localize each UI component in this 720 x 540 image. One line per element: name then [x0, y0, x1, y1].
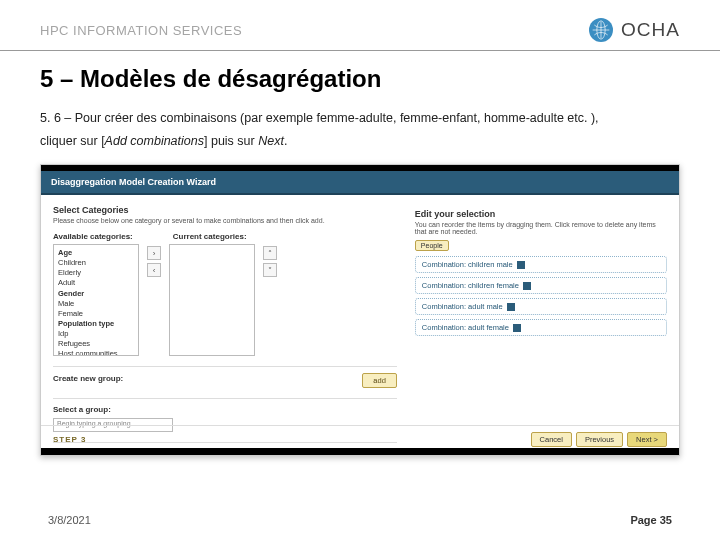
move-up-button[interactable]: ˄	[263, 246, 277, 260]
people-pill[interactable]: People	[415, 240, 449, 251]
select-categories-sub: Please choose below one category or seve…	[53, 217, 397, 224]
step-label: STEP 3	[53, 435, 86, 444]
remove-icon[interactable]	[517, 261, 525, 269]
previous-button[interactable]: Previous	[576, 432, 623, 447]
move-left-button[interactable]: ‹	[147, 263, 161, 277]
available-label: Available categories:	[53, 232, 133, 241]
ocha-text: OCHA	[621, 19, 680, 41]
add-group-button[interactable]: add	[362, 373, 397, 388]
select-group-label: Select a group:	[53, 405, 397, 414]
footer-page: Page 35	[630, 514, 672, 526]
move-down-button[interactable]: ˅	[263, 263, 277, 277]
combo-item[interactable]: Combination: children female	[415, 277, 667, 294]
header-service: HPC INFORMATION SERVICES	[40, 23, 242, 38]
move-right-button[interactable]: ›	[147, 246, 161, 260]
select-categories-heading: Select Categories	[53, 205, 397, 215]
section-title: 5 – Modèles de désagrégation	[0, 51, 720, 103]
wizard-title: Disaggregation Model Creation Wizard	[41, 171, 679, 195]
footer-date: 3/8/2021	[48, 514, 91, 526]
wizard-screenshot: Disaggregation Model Creation Wizard Sel…	[40, 164, 680, 456]
available-listbox[interactable]: Age Children Elderly Adult Gender Male F…	[53, 244, 139, 356]
current-label: Current categories:	[173, 232, 247, 241]
combo-item[interactable]: Combination: adult male	[415, 298, 667, 315]
remove-icon[interactable]	[513, 324, 521, 332]
next-button[interactable]: Next >	[627, 432, 667, 447]
header-brand: OCHA	[589, 18, 680, 42]
instruction-text: 5. 6 – Pour créer des combinaisons (par …	[0, 103, 720, 156]
edit-selection-sub: You can reorder the items by dragging th…	[415, 221, 667, 235]
combo-item[interactable]: Combination: children male	[415, 256, 667, 273]
create-group-label: Create new group:	[53, 374, 123, 383]
edit-selection-heading: Edit your selection	[415, 209, 667, 219]
remove-icon[interactable]	[523, 282, 531, 290]
remove-icon[interactable]	[507, 303, 515, 311]
cancel-button[interactable]: Cancel	[531, 432, 572, 447]
combo-item[interactable]: Combination: adult female	[415, 319, 667, 336]
ocha-globe-icon	[589, 18, 613, 42]
current-listbox[interactable]	[169, 244, 255, 356]
